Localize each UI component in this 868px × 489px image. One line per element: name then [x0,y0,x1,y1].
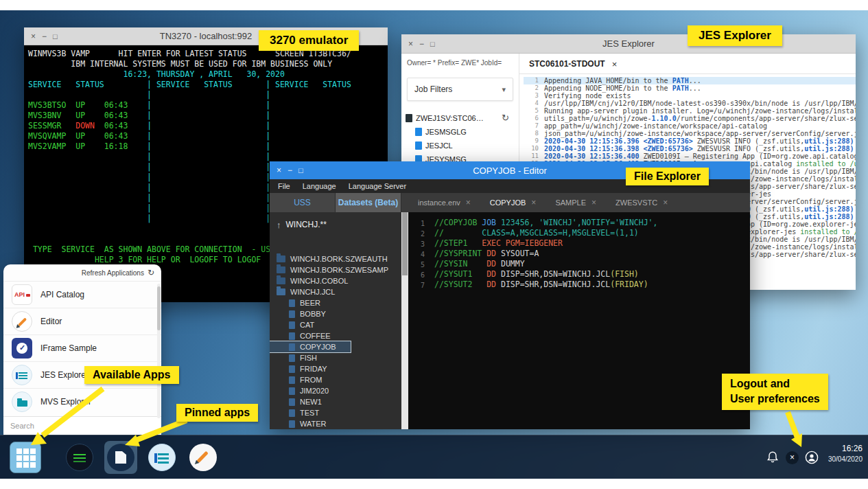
jes-log-line: 1Appending JAVA_HOME/bin to the PATH... [524,77,856,84]
refresh-applications-button[interactable]: Refresh Applications [3,264,161,281]
member-item[interactable]: WATER [270,418,401,429]
settings-icon[interactable] [786,451,799,464]
file-tabs: instance.envCOPYJOBSAMPLEZWESVSTC [408,193,677,212]
close-tab-icon[interactable] [591,198,596,207]
ed-code-line: 1//COPYJOB JOB 123456, 'WINCHJ',NOTIFY='… [408,218,750,228]
folder-icon [277,255,285,262]
folder-icon [277,288,285,295]
window-controls [277,161,303,179]
launcher-app-editor[interactable]: Editor [3,308,161,334]
member-item[interactable]: CAT [270,319,401,330]
close-tab-icon[interactable] [663,198,668,207]
jes-log-line: 112020-04-30 12:15:36.400 ZWED0109I – Re… [524,152,856,160]
notifications-bell-icon[interactable] [766,451,779,464]
file-tab[interactable]: COPYJOB [480,193,546,212]
spool-file-item[interactable]: JESMSGLG [401,125,519,139]
refresh-icon[interactable] [502,113,509,123]
member-item[interactable]: BOBBY [270,308,401,319]
file-icon [289,409,295,417]
ed-code-line: 7//SYSUT2 DD DISP=SHR,DSN=WINCHJ.JCL(FRI… [408,280,750,290]
dataset-query-row[interactable]: WINCHJ.** [270,216,401,233]
file-tab[interactable]: SAMPLE [546,193,606,212]
pinned-app[interactable] [104,441,137,474]
launcher-search-input[interactable] [3,416,161,435]
job-filters-label: Job Filters [414,84,452,94]
tab-uss[interactable]: USS [270,193,336,212]
tn-screen-line: 16:23, THURSDAY , APRIL 30, 2020 [28,69,384,80]
menu-file[interactable]: File [278,182,290,190]
member-item[interactable]: FRIDAY [270,363,401,374]
iframe-sample-icon [12,338,32,359]
callout-3270-emulator: 3270 emulator [259,30,359,51]
jes-content-tab[interactable]: STC06101-STDOUT [529,59,605,69]
job-icon [406,114,412,122]
jes-log-line: 5Running app-server plugin installer. Lo… [524,107,856,115]
minimize-icon[interactable] [419,40,424,48]
taskbar-clock: 16:26 30/04/2020 [828,444,863,463]
minimize-icon[interactable] [42,32,47,41]
tn3270-terminal-icon [66,444,93,471]
close-tab-icon[interactable] [612,58,618,70]
callout-logout-preferences: Logout and User preferences [722,374,828,410]
launcher-app-iframe-sample[interactable]: IFrame Sample [3,334,161,361]
member-item[interactable]: COFFEE [270,330,401,341]
maximize-icon[interactable] [430,40,435,48]
file-icon [289,343,295,351]
pinned-app[interactable] [63,441,96,474]
tree-scrollbar[interactable] [401,212,408,429]
spool-file-item[interactable]: JESJCL [401,139,519,152]
dataset-item[interactable]: WINCHJ.COBOL [270,275,401,286]
file-icon [289,310,295,318]
close-icon[interactable] [277,166,281,174]
dataset-item[interactable]: WINCHJ.BORK.SZWESAMP [270,264,401,275]
file-window-icon [107,444,134,471]
file-tab[interactable]: instance.env [408,193,480,212]
jes-tab-bar: STC06101-STDOUT [519,54,856,74]
code-editor[interactable]: 1//COPYJOB JOB 123456, 'WINCHJ',NOTIFY='… [408,212,750,429]
member-item[interactable]: FISH [270,352,401,363]
close-icon[interactable] [31,32,36,41]
scrollbar-thumb[interactable] [402,212,408,275]
launcher-app-api-catalog[interactable]: API Catalog [3,281,161,308]
dataset-item[interactable]: WINCHJ.JCL [270,286,401,297]
jes-job-tree: ZWEJ1SV:STC06101 JESMSGLGJESJCLJESYSMSG [401,111,519,166]
member-item[interactable]: BEER [270,297,401,308]
menu-language[interactable]: Language [303,182,336,190]
scrollbar-thumb[interactable] [157,286,161,330]
pinned-app[interactable] [145,441,178,474]
launcher-app-list: API CatalogEditorIFrame SampleJES Explor… [3,281,161,416]
member-item[interactable]: TEST [270,407,401,418]
tab-datasets-beta-[interactable]: Datasets (Beta) [336,193,401,212]
file-tab[interactable]: ZWESVSTC [606,193,677,212]
tn-screen-line: | | [28,152,384,162]
maximize-icon[interactable] [53,32,58,41]
job-filters-dropdown[interactable]: Job Filters [407,78,513,101]
minimize-icon[interactable] [288,166,292,174]
editor-window-title: COPYJOB - Editor [473,166,547,176]
tn-screen-line: SESSMGR DOWN 06:43 | | [28,121,384,131]
ed-code-line: 4//SYSPRINT DD SYSOUT=A [408,249,750,259]
tn-screen-line: MVS2VAMP UP 16:18 | | [28,141,384,152]
close-tab-icon[interactable] [466,198,471,207]
user-profile-icon[interactable] [805,451,819,464]
jes-titlebar[interactable]: JES Explorer [401,34,856,54]
file-icon [289,420,295,428]
jes-log-line: 4/usr/lpp/IBM/cnj/v12r0/IBM/node-latest-… [524,100,856,107]
jes-job-node[interactable]: ZWEJ1SV:STC06101 [401,111,519,125]
close-icon[interactable] [408,40,413,48]
spool-file-icon [415,128,422,136]
member-item[interactable]: FROM [270,374,401,385]
dataset-item[interactable]: WINCHJ.BORK.SZWEAUTH [270,253,401,264]
pinned-app[interactable] [187,441,220,474]
member-item[interactable]: NEW1 [270,396,401,407]
start-button[interactable] [10,442,41,473]
launcher-scrollbar[interactable] [157,284,161,418]
launcher-app-mvs-explorer[interactable]: MVS Explorer [3,388,161,415]
maximize-icon[interactable] [298,166,303,174]
close-tab-icon[interactable] [531,198,536,207]
member-item[interactable]: COPYJOB [270,341,351,352]
file-icon [289,376,295,384]
clock-time: 16:26 [828,444,863,453]
menu-language-server[interactable]: Language Server [349,182,406,190]
member-item[interactable]: JIM2020 [270,385,401,396]
